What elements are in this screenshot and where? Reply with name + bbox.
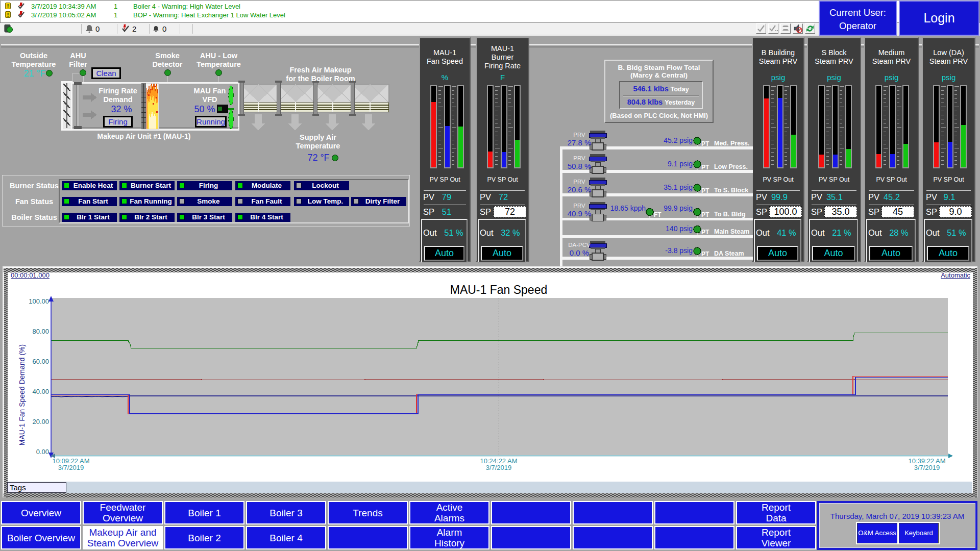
svg-text:0.00: 0.00 xyxy=(36,448,49,456)
svg-text:3/7/2019: 3/7/2019 xyxy=(58,464,84,471)
svg-text:3/7/2019: 3/7/2019 xyxy=(486,464,512,471)
svg-text:100.00: 100.00 xyxy=(29,297,49,305)
svg-text:40.00: 40.00 xyxy=(32,388,49,395)
svg-text:60.00: 60.00 xyxy=(32,358,49,365)
svg-text:MAU-1 Fan Speed Demand (%): MAU-1 Fan Speed Demand (%) xyxy=(18,344,26,445)
svg-text:20.00: 20.00 xyxy=(32,418,49,425)
svg-text:80.00: 80.00 xyxy=(32,328,49,335)
svg-text:3/7/2019: 3/7/2019 xyxy=(914,464,940,471)
